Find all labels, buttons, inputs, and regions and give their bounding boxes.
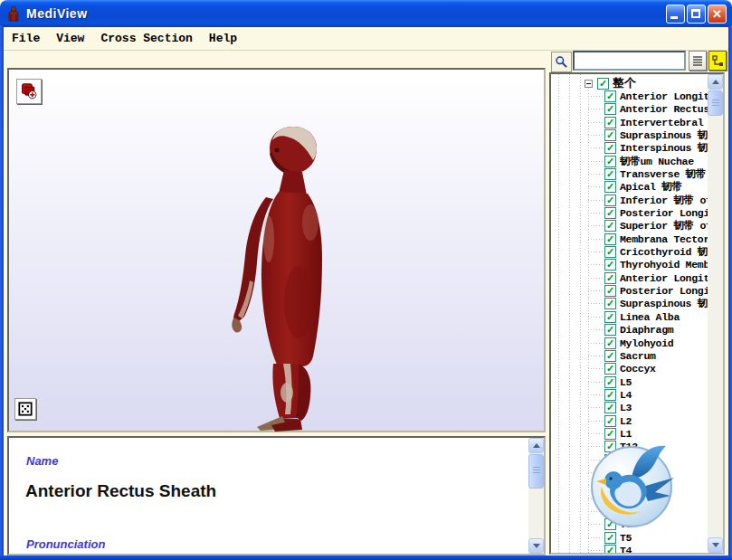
checkbox-checked-icon[interactable]: ✓ bbox=[604, 415, 616, 427]
tree-item[interactable]: ✓ T8 bbox=[551, 492, 632, 505]
checkbox-checked-icon[interactable]: ✓ bbox=[604, 220, 616, 232]
anatomy-model-3d[interactable] bbox=[219, 121, 373, 433]
checkbox-checked-icon[interactable]: ✓ bbox=[604, 272, 616, 284]
tree-item[interactable]: ✓ Posterior Longitu bbox=[551, 207, 721, 220]
checkbox-checked-icon[interactable]: ✓ bbox=[604, 285, 616, 297]
menu-cross-section[interactable]: Cross Section bbox=[92, 30, 200, 47]
checkbox-checked-icon[interactable]: ✓ bbox=[604, 90, 616, 102]
tree-item[interactable]: ✓ Anterior Rectus S bbox=[551, 103, 721, 116]
tree-item[interactable]: ✓ Cricothyroid 韧带 bbox=[551, 246, 718, 259]
checkbox-checked-icon[interactable]: ✓ bbox=[604, 156, 616, 167]
checkbox-checked-icon[interactable]: ✓ bbox=[604, 207, 616, 219]
tree-item[interactable]: ✓ Anterior Longitud bbox=[551, 90, 721, 102]
info-scroll-down-button[interactable] bbox=[528, 538, 544, 554]
checkbox-checked-icon[interactable]: ✓ bbox=[604, 195, 616, 206]
tree-item[interactable]: ✓ T6 bbox=[551, 518, 632, 531]
tree-item[interactable]: ✓ Membrana Tectoria bbox=[551, 233, 721, 245]
checkbox-checked-icon[interactable]: ✓ bbox=[604, 518, 616, 530]
tree-item[interactable]: ✓ Supraspinous 韧带 bbox=[551, 128, 718, 141]
tree-item[interactable]: ✓ Thyrohyoid Membra bbox=[551, 259, 721, 271]
checkbox-checked-icon[interactable]: ✓ bbox=[604, 376, 616, 388]
checkbox-checked-icon[interactable]: ✓ bbox=[604, 298, 616, 309]
checkbox-checked-icon[interactable]: ✓ bbox=[604, 103, 616, 115]
tree-item[interactable]: ✓ L4 bbox=[551, 388, 632, 401]
tree-item[interactable]: ✓ T12 bbox=[551, 441, 638, 453]
checkbox-checked-icon[interactable]: ✓ bbox=[604, 129, 616, 141]
tree-scroll-thumb[interactable] bbox=[708, 90, 723, 116]
checkbox-checked-icon[interactable]: ✓ bbox=[604, 479, 616, 491]
checkbox-checked-icon[interactable]: ✓ bbox=[604, 532, 616, 544]
menu-help[interactable]: Help bbox=[201, 30, 245, 47]
tree-item[interactable]: ✓ Linea Alba bbox=[551, 310, 680, 323]
tree-item[interactable]: ✓ L2 bbox=[551, 414, 632, 427]
maximize-button[interactable] bbox=[687, 5, 706, 24]
tree-item[interactable]: ✓ Apical 韧带 bbox=[551, 181, 682, 194]
collapse-icon[interactable] bbox=[585, 80, 593, 88]
model-viewport[interactable] bbox=[7, 68, 546, 432]
info-scrollbar[interactable] bbox=[528, 438, 544, 554]
tree-item[interactable]: ✓ 韧带um Nuchae bbox=[551, 155, 694, 167]
checkbox-checked-icon[interactable]: ✓ bbox=[604, 467, 616, 479]
tree-item[interactable]: ✓ Interspinous 韧带 bbox=[551, 142, 718, 155]
list-view-button[interactable] bbox=[689, 51, 707, 71]
checkbox-checked-icon[interactable]: ✓ bbox=[604, 324, 616, 336]
tree-item[interactable]: ✓ Intervertebral Di bbox=[551, 116, 721, 128]
tree-item[interactable]: ✓ T9 bbox=[551, 479, 632, 492]
tree-item[interactable]: ✓ T5 bbox=[551, 531, 632, 544]
checkbox-checked-icon[interactable]: ✓ bbox=[597, 78, 609, 90]
tree-item[interactable]: ✓ Transverse 韧带 o bbox=[551, 167, 718, 180]
titlebar[interactable]: MediView ✕ bbox=[0, 0, 732, 27]
tree-item[interactable]: ✓ L1 bbox=[551, 427, 632, 440]
checkbox-checked-icon[interactable]: ✓ bbox=[604, 506, 616, 517]
search-input[interactable] bbox=[573, 51, 686, 71]
checkbox-checked-icon[interactable]: ✓ bbox=[604, 428, 616, 440]
checkbox-checked-icon[interactable]: ✓ bbox=[604, 402, 616, 413]
search-button[interactable] bbox=[551, 52, 572, 72]
tree-item[interactable]: ✓ Mylohyoid bbox=[551, 337, 673, 349]
tree-item[interactable]: ✓ Diaphragm bbox=[551, 324, 673, 337]
tree-item[interactable]: ✓ Supraspinous 韧带 bbox=[551, 298, 718, 310]
tree-item[interactable]: ✓ T4 bbox=[551, 545, 632, 553]
checkbox-checked-icon[interactable]: ✓ bbox=[604, 142, 616, 154]
checkbox-checked-icon[interactable]: ✓ bbox=[604, 246, 616, 258]
tree-item[interactable]: ✓ T11 bbox=[551, 453, 638, 466]
tree-item-label: Anterior Longitud bbox=[620, 90, 721, 102]
checkbox-checked-icon[interactable]: ✓ bbox=[604, 259, 616, 271]
checkbox-checked-icon[interactable]: ✓ bbox=[604, 454, 616, 466]
checkbox-checked-icon[interactable]: ✓ bbox=[604, 493, 616, 505]
menu-file[interactable]: File bbox=[4, 30, 48, 47]
tree-view-button[interactable] bbox=[708, 51, 727, 71]
tree-root-item[interactable]: ✓ 整个 bbox=[551, 77, 636, 90]
tree-item[interactable]: ✓ T7 bbox=[551, 506, 632, 518]
checkbox-checked-icon[interactable]: ✓ bbox=[604, 168, 616, 180]
tree-scroll-down-button[interactable] bbox=[708, 537, 723, 553]
checkbox-checked-icon[interactable]: ✓ bbox=[604, 545, 616, 553]
info-scroll-up-button[interactable] bbox=[528, 438, 544, 453]
checkbox-checked-icon[interactable]: ✓ bbox=[604, 181, 616, 193]
tree-scrollbar[interactable] bbox=[708, 74, 723, 553]
checkbox-checked-icon[interactable]: ✓ bbox=[604, 350, 616, 362]
tree-item[interactable]: ✓ L5 bbox=[551, 375, 632, 388]
checkbox-checked-icon[interactable]: ✓ bbox=[604, 389, 616, 401]
cross-section-tool-button[interactable] bbox=[16, 79, 42, 104]
tree-item[interactable]: ✓ Posterior Longitu bbox=[551, 285, 721, 298]
reset-view-button[interactable] bbox=[14, 398, 36, 420]
tree-item[interactable]: ✓ Sacrum bbox=[551, 349, 656, 362]
tree-item[interactable]: ✓ Coccyx bbox=[551, 363, 656, 375]
checkbox-checked-icon[interactable]: ✓ bbox=[604, 363, 616, 375]
tree-item[interactable]: ✓ Anterior Longitud bbox=[551, 271, 721, 284]
checkbox-checked-icon[interactable]: ✓ bbox=[604, 233, 616, 245]
checkbox-checked-icon[interactable]: ✓ bbox=[604, 117, 616, 128]
checkbox-checked-icon[interactable]: ✓ bbox=[604, 441, 616, 452]
tree-item[interactable]: ✓ L3 bbox=[551, 402, 632, 414]
tree-item[interactable]: ✓ Superior 韧带 of bbox=[551, 220, 712, 233]
minimize-button[interactable] bbox=[666, 5, 685, 24]
info-scroll-thumb[interactable] bbox=[528, 454, 544, 489]
checkbox-checked-icon[interactable]: ✓ bbox=[604, 337, 616, 349]
close-button[interactable]: ✕ bbox=[708, 5, 727, 24]
checkbox-checked-icon[interactable]: ✓ bbox=[604, 311, 616, 323]
tree-item[interactable]: ✓ T10 bbox=[551, 467, 638, 479]
menu-view[interactable]: View bbox=[48, 30, 92, 47]
tree-scroll-up-button[interactable] bbox=[708, 74, 723, 90]
tree-item[interactable]: ✓ Inferior 韧带 of bbox=[551, 194, 712, 206]
